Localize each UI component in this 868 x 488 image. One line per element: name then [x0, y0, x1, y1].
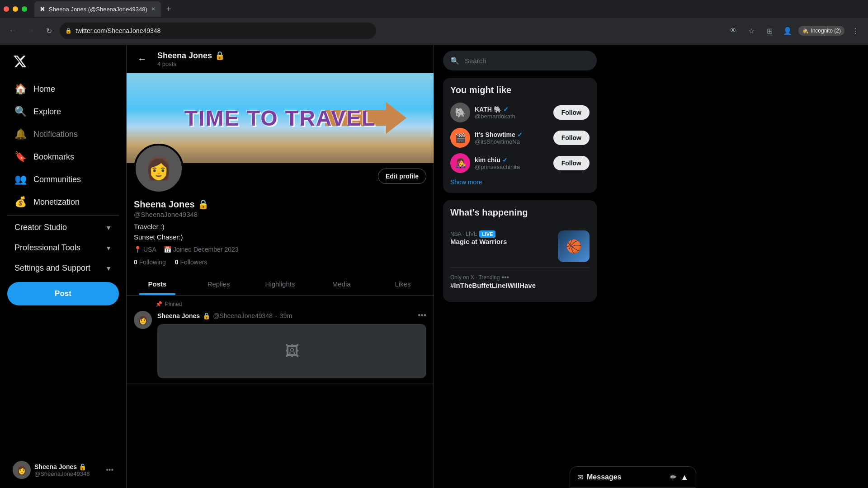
tab-posts[interactable]: Posts	[127, 273, 188, 295]
suggestion-verified-1: ✓	[517, 131, 523, 138]
suggestion-row-0: 🐘 KATH 🐘 ✓ @bernardokath Follow	[450, 103, 590, 122]
profile-bio-line1: Traveler :)	[134, 222, 426, 232]
sidebar-item-communities[interactable]: 👥 Communities	[7, 168, 119, 191]
close-tab-icon[interactable]: ✕	[151, 6, 156, 12]
reload-button[interactable]: ↻	[42, 23, 56, 38]
monetization-icon: 💰	[14, 196, 26, 208]
trending-more-button-1[interactable]: •••	[501, 273, 509, 282]
tweet-image-placeholder: 🖼	[157, 324, 426, 378]
tweet-more-button[interactable]: •••	[418, 311, 426, 320]
back-nav-button[interactable]: ←	[5, 23, 20, 38]
suggestion-name-1: It's Showtime ✓	[475, 131, 549, 138]
sidebar-item-explore[interactable]: 🔍 Explore	[7, 100, 119, 123]
follow-button-0[interactable]: Follow	[553, 105, 590, 120]
pin-icon: 📌	[156, 301, 162, 307]
incognito-badge: 🕵 Incognito (2)	[798, 26, 844, 36]
browser-tabs: ✖ Sheena Jones (@SheenaJone49348) ✕ +	[0, 0, 868, 18]
browser-toolbar: ← → ↻ 🔒 twitter.com/SheenaJone49348 👁 ☆ …	[0, 18, 868, 43]
profile-header-lock-icon: 🔒	[215, 51, 225, 61]
communities-icon: 👥	[14, 174, 26, 185]
trending-item-1[interactable]: Only on X · Trending ••• #InTheBuffetLin…	[450, 268, 590, 295]
suggestion-handle-1: @itsShowtimeNa	[475, 138, 549, 145]
suggestion-name-0: KATH 🐘 ✓	[475, 106, 549, 113]
follow-button-2[interactable]: Follow	[553, 156, 590, 170]
active-browser-tab[interactable]: ✖ Sheena Jones (@SheenaJone49348) ✕	[34, 1, 161, 17]
tweet-timestamp: 39m	[280, 312, 292, 319]
home-icon: 🏠	[14, 83, 26, 95]
banner-travel-text: TIME TO TRAVEL	[184, 106, 376, 131]
notifications-icon: 🔔	[14, 128, 26, 140]
profile-handle: @SheenaJone49348	[134, 211, 426, 218]
tab-replies[interactable]: Replies	[188, 273, 250, 295]
trending-image-0: 🏀	[558, 230, 590, 262]
sidebar-home-label: Home	[33, 84, 55, 94]
profile-header-posts-count: 4 posts	[157, 61, 225, 67]
sidebar-settings-support[interactable]: Settings and Support ▼	[7, 258, 119, 278]
follow-button-1[interactable]: Follow	[553, 131, 590, 145]
eye-slash-icon[interactable]: 👁	[726, 23, 741, 38]
messages-title: Messages	[587, 473, 622, 481]
edit-profile-button[interactable]: Edit profile	[378, 169, 426, 184]
sidebar-item-notifications[interactable]: 🔔 Notifications	[7, 123, 119, 145]
x-logo[interactable]	[7, 49, 119, 76]
new-tab-button[interactable]: +	[163, 3, 175, 16]
tweet-dot-separator: ·	[275, 312, 277, 319]
tweet-content: Sheena Jones 🔒 @SheenaJone49348 · 39m ••…	[157, 311, 426, 378]
search-bar[interactable]: 🔍	[443, 51, 597, 70]
trending-item-0[interactable]: NBA · LIVE LIVE Magic at Warriors 🏀	[450, 225, 590, 268]
tweet-author-handle: @SheenaJone49348	[213, 312, 273, 319]
show-more-link[interactable]: Show more	[450, 178, 590, 186]
sidebar-professional-tools[interactable]: Professional Tools ▼	[7, 238, 119, 258]
forward-nav-button[interactable]: →	[24, 23, 38, 38]
tab-highlights[interactable]: Highlights	[250, 273, 311, 295]
menu-icon[interactable]: ⋮	[848, 23, 863, 38]
maximize-window-btn[interactable]	[22, 6, 27, 12]
ssl-lock-icon: 🔒	[65, 28, 72, 34]
profile-header-bar: ← Sheena Jones 🔒 4 posts	[127, 45, 434, 73]
tweet-row: 👩 Sheena Jones 🔒 @SheenaJone49348 · 39m …	[134, 311, 426, 378]
sidebar-item-monetization[interactable]: 💰 Monetization	[7, 191, 119, 213]
suggestion-handle-2: @prinsesachinita	[475, 164, 549, 170]
sidebar-explore-label: Explore	[33, 107, 61, 117]
following-stat[interactable]: 0 Following	[134, 258, 166, 266]
app-container: 🏠 Home 🔍 Explore 🔔 Notifications 🔖 Bookm…	[0, 45, 868, 488]
collapse-messages-button[interactable]: ▲	[680, 472, 689, 482]
profile-stats: 0 Following 0 Followers	[134, 258, 426, 266]
suggestion-handle-0: @bernardokath	[475, 113, 549, 120]
profile-joined: 📅 Joined December 2023	[164, 246, 239, 253]
compose-message-button[interactable]: ✏	[670, 472, 677, 482]
tab-media[interactable]: Media	[311, 273, 372, 295]
sidebar-item-bookmarks[interactable]: 🔖 Bookmarks	[7, 145, 119, 168]
sidebar-creator-studio[interactable]: Creator Studio ▼	[7, 217, 119, 238]
profile-icon[interactable]: 👤	[780, 23, 795, 38]
sidebar-item-home[interactable]: 🏠 Home	[7, 78, 119, 100]
sidebar-footer-user[interactable]: 👩 Sheena Jones 🔒 @SheenaJone49348 •••	[7, 455, 119, 484]
star-icon[interactable]: ☆	[744, 23, 759, 38]
profile-location: 📍 USA	[134, 246, 156, 253]
profile-header-info: Sheena Jones 🔒 4 posts	[157, 51, 225, 67]
sidebar-monetization-label: Monetization	[33, 197, 80, 207]
post-button[interactable]: Post	[7, 282, 119, 305]
followers-stat[interactable]: 0 Followers	[175, 258, 208, 266]
search-input[interactable]	[465, 57, 590, 65]
profile-header-name: Sheena Jones 🔒	[157, 51, 225, 61]
profile-avatar: 👩	[134, 144, 184, 193]
extension-icon[interactable]: ⊞	[762, 23, 777, 38]
minimize-window-btn[interactable]	[13, 6, 18, 12]
messages-bar[interactable]: ✉ Messages ✏ ▲	[570, 466, 696, 488]
tab-likes[interactable]: Likes	[372, 273, 434, 295]
whats-happening-title: What's happening	[450, 207, 590, 218]
profile-meta: 📍 USA 📅 Joined December 2023	[134, 246, 426, 253]
address-bar[interactable]: 🔒 twitter.com/SheenaJone49348	[60, 23, 376, 39]
back-button[interactable]: ←	[134, 51, 150, 67]
suggestion-info-0: KATH 🐘 ✓ @bernardokath	[475, 106, 549, 120]
window-controls	[4, 6, 27, 12]
tab-favicon: ✖	[40, 5, 45, 13]
settings-support-left: Settings and Support	[14, 263, 90, 273]
sidebar-divider	[7, 215, 119, 216]
sidebar-user-info: Sheena Jones 🔒 @SheenaJone49348	[34, 463, 102, 477]
sidebar-user-handle: @SheenaJone49348	[34, 470, 102, 477]
profile-name: Sheena Jones 🔒	[134, 199, 426, 210]
settings-support-chevron: ▼	[105, 265, 112, 272]
close-window-btn[interactable]	[4, 6, 9, 12]
